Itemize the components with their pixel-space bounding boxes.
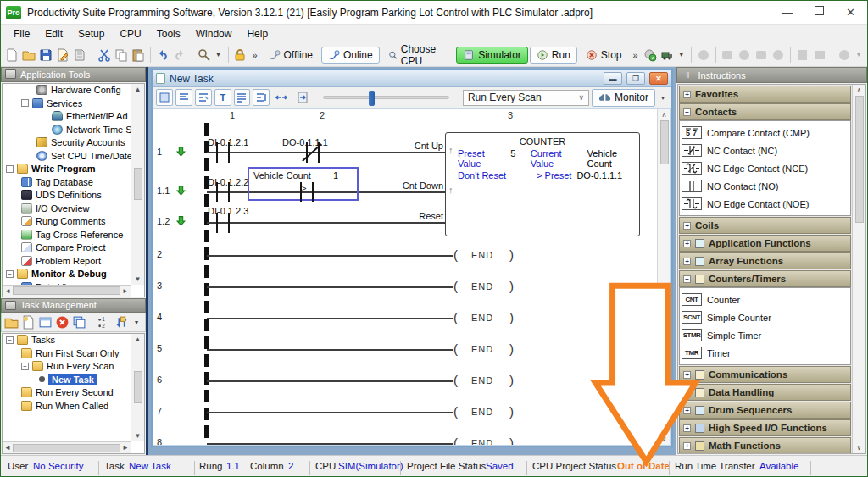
open-project-icon[interactable] bbox=[21, 46, 36, 64]
task-order-icon[interactable]: 12 bbox=[97, 315, 112, 330]
expand-icon[interactable] bbox=[683, 442, 691, 450]
instruction-simple-timer[interactable]: STMRSimple Timer bbox=[682, 326, 849, 344]
tree-item-monitor-debug[interactable]: Monitor & Debug bbox=[3, 268, 144, 281]
zoom-slider-thumb[interactable] bbox=[369, 91, 375, 106]
section-application-functions[interactable]: Application Functions bbox=[679, 235, 851, 252]
end-coil[interactable]: END bbox=[471, 438, 493, 446]
collapse-icon[interactable] bbox=[21, 99, 29, 107]
end-coil[interactable]: END bbox=[471, 313, 493, 323]
run-time-transfer-icon[interactable] bbox=[659, 46, 675, 64]
section-math-functions[interactable]: Math Functions bbox=[679, 437, 851, 454]
section-communications[interactable]: Communications bbox=[679, 366, 851, 383]
save-project-icon[interactable] bbox=[38, 46, 53, 64]
collapse-icon[interactable] bbox=[6, 336, 14, 344]
show-rung-comments-button[interactable] bbox=[175, 89, 192, 106]
expand-icon[interactable] bbox=[683, 389, 691, 397]
instruction-no-contact[interactable]: NO Contact (NO) bbox=[682, 177, 849, 195]
expand-columns-icon[interactable] bbox=[272, 88, 291, 107]
zoom-dropdown-icon[interactable]: ▾ bbox=[214, 51, 224, 58]
section-favorites[interactable]: Favorites bbox=[679, 86, 851, 103]
toolbar-overflow2-icon[interactable]: » bbox=[631, 50, 641, 60]
end-coil[interactable]: END bbox=[471, 344, 493, 354]
menu-edit[interactable]: Edit bbox=[37, 26, 70, 42]
scan-mode-select[interactable]: Run Every Scan∨ bbox=[463, 90, 589, 106]
section-contacts[interactable]: Contacts bbox=[679, 103, 851, 120]
copy-icon[interactable] bbox=[114, 46, 129, 64]
maximize-button[interactable] bbox=[815, 6, 824, 15]
instruction-nc-contact[interactable]: NC Contact (NC) bbox=[682, 141, 849, 159]
expand-icon[interactable] bbox=[683, 407, 691, 414]
no-contact[interactable] bbox=[228, 182, 230, 202]
new-task-icon[interactable] bbox=[21, 315, 36, 330]
end-coil[interactable]: END bbox=[471, 375, 493, 385]
tree-item-tasks[interactable]: Tasks bbox=[3, 334, 144, 347]
task-tree-horizontal-scrollbar[interactable]: ◄► bbox=[3, 441, 131, 453]
nc-contact[interactable] bbox=[306, 142, 308, 163]
tree-item-compare-project[interactable]: Compare Project bbox=[3, 241, 144, 255]
undo-icon[interactable] bbox=[155, 46, 170, 64]
collapse-icon[interactable] bbox=[6, 165, 14, 173]
transfer-dropdown-icon[interactable]: ▾ bbox=[676, 51, 687, 58]
new-project-icon[interactable] bbox=[4, 46, 19, 64]
section-drum-sequencers[interactable]: Drum Sequencers bbox=[679, 402, 851, 419]
collapse-icon[interactable] bbox=[6, 270, 14, 278]
ladder-canvas[interactable]: 1 2 3 1 DI-0.1.2.1 DO-0.1.1.1 Cnt Up bbox=[153, 108, 671, 446]
menu-help[interactable]: Help bbox=[239, 26, 275, 42]
show-addresses-button[interactable] bbox=[234, 89, 251, 106]
end-coil[interactable]: END bbox=[471, 250, 493, 260]
instructions-vertical-scrollbar[interactable]: ∧∨ bbox=[852, 85, 865, 453]
tree-item-ethernet-ip[interactable]: EtherNet/IP Ad bbox=[3, 110, 144, 124]
menu-setup[interactable]: Setup bbox=[70, 26, 112, 42]
tree-item-security-accounts[interactable]: Security Accounts bbox=[3, 136, 144, 150]
window-minimize-button[interactable]: ▬ bbox=[604, 72, 622, 85]
tree-item-set-cpu-time[interactable]: Set CPU Time/Date bbox=[3, 149, 144, 163]
tree-item-services[interactable]: Services bbox=[3, 97, 144, 110]
end-coil[interactable]: END bbox=[471, 281, 493, 291]
tree-item-run-every-second[interactable]: Run Every Second bbox=[3, 386, 144, 400]
tree-item-rung-comments[interactable]: Rung Comments bbox=[3, 215, 144, 229]
run-button[interactable]: Run bbox=[530, 47, 577, 64]
ladder-vertical-scrollbar[interactable]: ∧∨ bbox=[657, 109, 670, 445]
counter-instruction-block[interactable]: COUNTER Preset Value 5 Current Value Veh… bbox=[445, 132, 640, 236]
online-button[interactable]: Online bbox=[321, 47, 380, 64]
security-lock-icon[interactable] bbox=[232, 46, 248, 64]
instruction-compare-contact[interactable]: 57Compare Contact (CMP) bbox=[682, 124, 849, 141]
simulator-button[interactable]: Simulator bbox=[456, 47, 528, 64]
ladder-view-button[interactable] bbox=[156, 89, 173, 106]
expand-icon[interactable] bbox=[683, 91, 691, 98]
cut-icon[interactable] bbox=[97, 46, 112, 64]
instruction-simple-counter[interactable]: SCNTSimple Counter bbox=[682, 308, 849, 326]
no-contact[interactable] bbox=[228, 213, 230, 233]
section-counters-timers[interactable]: Counters/Timers bbox=[679, 270, 851, 287]
instruction-no-edge-contact[interactable]: NO Edge Contact (NOE) bbox=[682, 195, 849, 213]
expand-icon[interactable] bbox=[683, 258, 691, 265]
transfer-to-cpu-icon[interactable] bbox=[643, 46, 658, 64]
collapse-icon[interactable] bbox=[683, 108, 691, 116]
tree-item-problem-report[interactable]: Problem Report bbox=[3, 254, 144, 268]
stop-button[interactable]: Stop bbox=[579, 47, 629, 64]
redo-icon[interactable] bbox=[172, 46, 187, 64]
no-contact[interactable] bbox=[216, 142, 218, 163]
delete-task-icon[interactable] bbox=[55, 315, 70, 330]
section-high-speed-io[interactable]: High Speed I/O Functions bbox=[679, 419, 851, 436]
section-data-handling[interactable]: Data Handling bbox=[679, 384, 851, 401]
tree-item-write-program[interactable]: Write Program bbox=[3, 163, 144, 176]
monitor-dropdown-icon[interactable]: ▾ bbox=[658, 94, 668, 102]
expand-icon[interactable] bbox=[683, 371, 691, 379]
monitor-button[interactable]: Monitor bbox=[592, 89, 655, 107]
tree-item-uds-definitions[interactable]: UDS Definitions bbox=[3, 189, 144, 202]
tree-item-run-when-called[interactable]: Run When Called bbox=[3, 399, 144, 413]
open-task-icon[interactable] bbox=[38, 315, 53, 330]
sort-dropdown-icon[interactable]: ▾ bbox=[131, 319, 142, 326]
compare-contact[interactable] bbox=[312, 182, 314, 202]
sort-tasks-icon[interactable] bbox=[114, 315, 129, 330]
menu-tools[interactable]: Tools bbox=[149, 26, 188, 42]
collapse-icon[interactable] bbox=[21, 363, 29, 370]
expand-icon[interactable] bbox=[683, 424, 691, 432]
instruction-counter[interactable]: CNTCounter bbox=[682, 291, 849, 308]
app-tools-horizontal-scrollbar[interactable]: ◄► bbox=[3, 285, 131, 297]
expand-icon[interactable] bbox=[683, 240, 691, 247]
tree-item-io-overview[interactable]: I/O Overview bbox=[3, 202, 144, 215]
save-as-icon[interactable] bbox=[55, 46, 70, 64]
new-task-title-bar[interactable]: New Task ▬ ❐ ✕ bbox=[153, 70, 671, 87]
